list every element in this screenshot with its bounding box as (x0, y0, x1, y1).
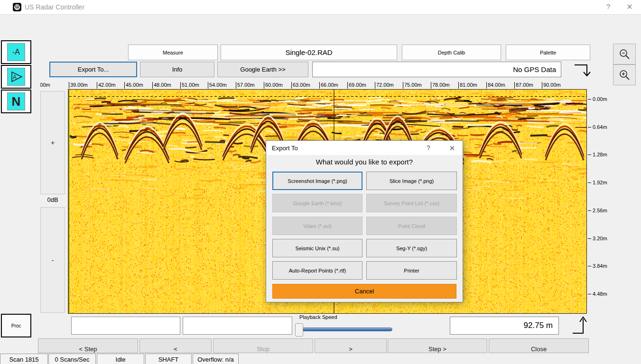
depth-tick (588, 294, 591, 294)
depth-label: 3.84m (593, 263, 607, 269)
export-google-earth-button: Google Earth (*.kmz) (272, 194, 362, 212)
gps-status-field: No GPS Data (312, 62, 561, 77)
playback-speed-label: Playback Speed (299, 314, 337, 320)
dialog-help-icon[interactable]: ? (424, 144, 433, 152)
export-slice-button[interactable]: Slice Image (*.png) (366, 172, 457, 190)
ruler-label: 75.00m (403, 82, 422, 89)
zoom-in-icon (618, 69, 631, 81)
export-dialog-titlebar: Export To ? ✕ (266, 141, 463, 155)
playback-speed-slider-track[interactable] (298, 328, 392, 331)
ruler-label: 36.00m (40, 82, 50, 89)
zoom-out-button[interactable] (613, 44, 636, 64)
step-forward-button[interactable]: Step > (388, 338, 487, 353)
ruler-label: 42.00m (97, 82, 116, 89)
status-state: Idle (97, 354, 144, 364)
palette-button[interactable]: Palette (506, 45, 590, 60)
export-survey-point-list-button: Survey Point List (*.csv) (366, 194, 457, 212)
annotation-note-button[interactable]: N (1, 90, 31, 113)
goto-start-icon[interactable] (571, 314, 590, 335)
depth-tick (588, 155, 591, 155)
status-mode: SHAFT (145, 354, 192, 364)
ruler-label: 66.00m (319, 82, 338, 89)
export-printer-button[interactable]: Printer (366, 261, 457, 280)
n-icon: N (7, 92, 25, 110)
ruler-label: 69.00m (347, 82, 366, 89)
annotation-arrow-button[interactable]: A (1, 65, 31, 89)
depth-label: 1.92m (593, 180, 607, 185)
app-logo-icon (13, 3, 21, 11)
depth-label: 0.64m (593, 124, 607, 130)
window-help-icon[interactable]: ? (603, 2, 614, 10)
measure-button[interactable]: Measure (128, 45, 218, 60)
depth-label: 3.20m (593, 236, 607, 241)
ruler-label: 39.00m (69, 82, 88, 89)
gain-increase-button[interactable]: + (40, 91, 65, 194)
step-back-button[interactable]: < Step (38, 338, 138, 353)
minus-a-icon: -A (7, 43, 25, 61)
depth-calib-button[interactable]: Depth Calib (402, 45, 501, 60)
export-seismic-unix-button[interactable]: Seismic Unix (*.su) (272, 239, 362, 257)
depth-tick (588, 127, 591, 127)
depth-label: 0.00m (593, 96, 607, 102)
proc-button[interactable]: Proc (1, 314, 31, 337)
export-segy-button[interactable]: Seg-Y (*.sgy) (366, 239, 457, 257)
ruler-label: 60.00m (264, 82, 283, 89)
status-overflow: Overflow: n/a (193, 354, 239, 364)
back-button[interactable]: < (139, 338, 212, 353)
ruler-label: 63.00m (291, 82, 310, 89)
ruler-label: 54.00m (208, 82, 227, 89)
gain-level-label: 0dB (40, 196, 65, 203)
export-video-button: Video (*.avi) (272, 217, 362, 235)
distance-ruler: 36.00m 39.00m 42.00m 45.00m 48.00m 51.00… (40, 82, 587, 89)
google-earth-button[interactable]: Google Earth >> (217, 62, 308, 77)
depth-label: 1.28m (593, 152, 607, 157)
ruler-label: 57.00m (236, 82, 255, 89)
forward-button[interactable]: > (315, 338, 387, 353)
depth-label: 4.48m (593, 291, 607, 297)
depth-scale: 0.00m 0.64m 1.28m 1.92m 2.56m 3.20m 3.84… (588, 89, 640, 314)
a-arrow-icon: A (7, 68, 25, 86)
stop-button: Stop (213, 338, 313, 353)
window-title: US Radar Controller (25, 3, 84, 11)
zoom-in-button[interactable] (613, 64, 636, 85)
depth-tick (588, 266, 591, 266)
export-point-cloud-button: Point Cloud (366, 217, 457, 235)
title-bar: US Radar Controller ? ✕ (0, 0, 641, 15)
filename-button[interactable]: Single-02.RAD (221, 45, 397, 60)
status-scan-count: Scan 1815 (0, 354, 48, 364)
ruler-label: 78.00m (431, 82, 450, 89)
depth-tick (588, 238, 591, 239)
depth-tick (588, 99, 591, 100)
ruler-label: 84.00m (486, 82, 505, 89)
cancel-button[interactable]: Cancel (272, 284, 456, 299)
export-screenshot-button[interactable]: Screenshot Image (*.png) (272, 172, 362, 190)
gain-decrease-button[interactable]: - (40, 207, 65, 313)
ruler-label: 90.00m (542, 82, 561, 89)
ruler-label: 51.00m (180, 82, 199, 89)
dialog-close-icon[interactable]: ✕ (447, 144, 457, 153)
zoom-out-icon (618, 48, 631, 60)
close-button[interactable]: Close (489, 338, 589, 353)
export-auto-report-button[interactable]: Auto-Report Points (*.rtf) (272, 261, 362, 280)
ruler-label: 48.00m (152, 82, 171, 89)
app-window: US Radar Controller ? ✕ -A A N Measure S… (0, 0, 641, 364)
export-dialog-title: Export To (272, 145, 298, 152)
depth-tick (588, 210, 591, 211)
export-dialog: Export To ? ✕ What would you like to exp… (266, 140, 463, 302)
ruler-label: 81.00m (458, 82, 477, 89)
ruler-label: 72.00m (375, 82, 394, 89)
ruler-label: 87.00m (514, 82, 533, 89)
goto-end-icon[interactable] (573, 63, 594, 82)
window-close-icon[interactable]: ✕ (624, 2, 635, 11)
annotation-remove-button[interactable]: -A (1, 40, 31, 64)
export-dialog-prompt: What would you like to export? (266, 158, 463, 166)
depth-tick (588, 182, 591, 183)
export-to-button[interactable]: Export To... (49, 62, 137, 77)
info-field-right[interactable] (183, 317, 292, 335)
info-field-left[interactable] (71, 317, 180, 335)
info-button[interactable]: Info (140, 62, 214, 77)
playback-speed-slider-thumb[interactable] (295, 323, 303, 337)
depth-label: 2.56m (593, 208, 607, 213)
status-scan-rate: 0 Scans/Sec (48, 354, 96, 364)
ruler-label: 45.00m (124, 82, 143, 89)
